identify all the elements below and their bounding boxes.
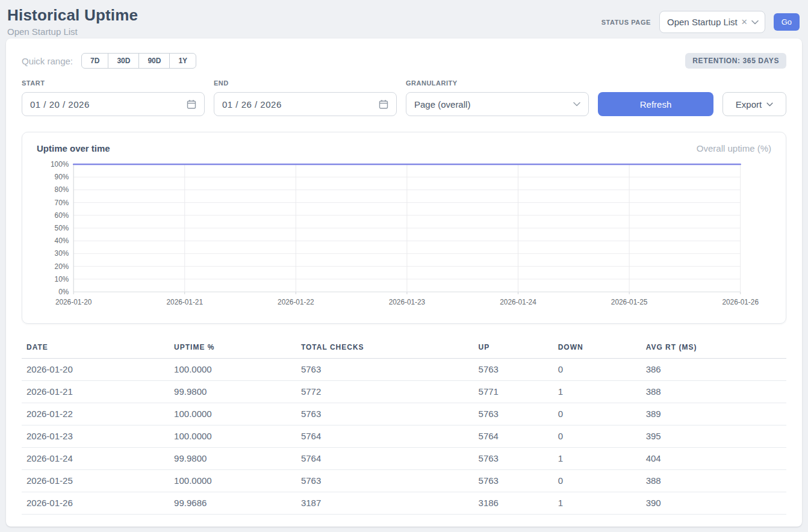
table-row: 2026-01-2699.9686318731861390 <box>22 492 786 515</box>
svg-text:2026-01-21: 2026-01-21 <box>166 298 203 306</box>
table-header: DATEUPTIME %TOTAL CHECKSUPDOWNAVG RT (MS… <box>22 337 786 359</box>
table-row: 2026-01-25100.0000576357630388 <box>22 470 786 492</box>
calendar-icon[interactable] <box>187 99 196 110</box>
table-cell: 5763 <box>474 470 553 492</box>
chart-title: Uptime over time <box>37 143 110 153</box>
table-cell: 5763 <box>296 470 474 492</box>
end-date-value: 01 / 26 / 2026 <box>222 99 282 110</box>
chart-legend-label: Overall uptime (%) <box>697 143 771 153</box>
quick-range-group: 7D 30D 90D 1Y <box>81 53 196 69</box>
table-cell: 2026-01-21 <box>22 381 169 403</box>
table-cell: 5764 <box>296 425 474 448</box>
table-cell: 389 <box>641 403 786 425</box>
column-header-up: UP <box>474 337 553 359</box>
uptime-line-chart: 0%10%20%30%40%50%60%70%80%90%100%2026-01… <box>34 159 774 317</box>
table-cell: 395 <box>641 425 786 448</box>
table-cell: 388 <box>641 470 786 492</box>
uptime-chart-card: Uptime over time Overall uptime (%) 0%10… <box>22 132 786 324</box>
svg-text:2026-01-20: 2026-01-20 <box>55 298 92 306</box>
clear-selection-icon[interactable]: ✕ <box>741 18 748 26</box>
table-cell: 1 <box>553 381 641 403</box>
header-controls: STATUS PAGE Open Startup List ✕ Go <box>601 11 800 33</box>
table-cell: 99.9686 <box>169 492 296 515</box>
page-header: Historical Uptime Open Startup List STAT… <box>0 0 808 39</box>
table-cell: 388 <box>641 381 786 403</box>
export-button-label: Export <box>736 99 762 110</box>
table-cell: 5772 <box>296 381 474 403</box>
page-title: Historical Uptime <box>7 6 138 25</box>
end-date-label: END <box>214 79 397 87</box>
table-cell: 2026-01-22 <box>22 403 169 425</box>
table-cell: 404 <box>641 448 786 470</box>
status-page-select[interactable]: Open Startup List ✕ <box>659 11 765 33</box>
end-date-field: END 01 / 26 / 2026 <box>214 79 397 116</box>
quick-range-90d[interactable]: 90D <box>138 53 170 69</box>
svg-text:40%: 40% <box>55 237 69 245</box>
table-cell: 99.9800 <box>169 381 296 403</box>
table-cell: 1 <box>553 448 641 470</box>
column-header-avg-rt-ms: AVG RT (MS) <box>641 337 786 359</box>
granularity-selected-value: Page (overall) <box>414 99 470 110</box>
svg-text:50%: 50% <box>55 224 69 232</box>
svg-text:30%: 30% <box>55 249 69 258</box>
table-cell: 5763 <box>474 359 553 381</box>
table-cell: 5763 <box>474 448 553 470</box>
quick-range-row: Quick range: 7D 30D 90D 1Y RETENTION: 36… <box>22 53 786 69</box>
end-date-input[interactable]: 01 / 26 / 2026 <box>214 92 397 116</box>
column-header-total-checks: TOTAL CHECKS <box>296 337 474 359</box>
chart-header: Uptime over time Overall uptime (%) <box>34 142 774 159</box>
table-cell: 5763 <box>296 403 474 425</box>
table-cell: 2026-01-25 <box>22 470 169 492</box>
table-cell: 5771 <box>474 381 553 403</box>
table-cell: 390 <box>641 492 786 515</box>
start-date-label: START <box>22 79 205 87</box>
table-cell: 0 <box>553 425 641 448</box>
page-subtitle: Open Startup List <box>7 26 138 37</box>
granularity-field: GRANULARITY Page (overall) <box>406 79 589 116</box>
column-header-uptime: UPTIME % <box>169 337 296 359</box>
svg-text:20%: 20% <box>55 262 69 271</box>
status-page-selected-value: Open Startup List <box>667 17 738 27</box>
svg-text:0%: 0% <box>58 288 69 296</box>
go-button[interactable]: Go <box>774 13 800 31</box>
svg-text:60%: 60% <box>55 211 69 220</box>
table-row: 2026-01-20100.0000576357630386 <box>22 359 786 381</box>
table-cell: 2026-01-24 <box>22 448 169 470</box>
svg-text:2026-01-24: 2026-01-24 <box>500 298 536 306</box>
svg-text:2026-01-26: 2026-01-26 <box>722 298 759 306</box>
calendar-icon[interactable] <box>379 99 388 110</box>
start-date-field: START 01 / 20 / 2026 <box>22 79 205 116</box>
table-cell: 3187 <box>296 492 474 515</box>
quick-range-30d[interactable]: 30D <box>108 53 139 69</box>
svg-text:10%: 10% <box>55 275 69 283</box>
table-cell: 386 <box>641 359 786 381</box>
uptime-table: DATEUPTIME %TOTAL CHECKSUPDOWNAVG RT (MS… <box>22 337 786 515</box>
quick-range-1y[interactable]: 1Y <box>169 53 196 69</box>
retention-badge: RETENTION: 365 DAYS <box>685 53 786 69</box>
table-cell: 5763 <box>296 359 474 381</box>
granularity-select[interactable]: Page (overall) <box>406 92 589 116</box>
quick-range-label: Quick range: <box>22 56 73 66</box>
svg-text:2026-01-23: 2026-01-23 <box>389 298 426 306</box>
chevron-down-icon <box>573 102 580 107</box>
table-cell: 0 <box>553 403 641 425</box>
title-block: Historical Uptime Open Startup List <box>7 6 138 37</box>
table-cell: 5764 <box>296 448 474 470</box>
granularity-label: GRANULARITY <box>406 79 589 87</box>
start-date-value: 01 / 20 / 2026 <box>30 99 90 110</box>
refresh-button[interactable]: Refresh <box>598 92 713 116</box>
svg-text:70%: 70% <box>55 199 69 207</box>
start-date-input[interactable]: 01 / 20 / 2026 <box>22 92 205 116</box>
table-row: 2026-01-23100.0000576457640395 <box>22 425 786 448</box>
export-button[interactable]: Export <box>723 92 786 116</box>
table-cell: 2026-01-23 <box>22 425 169 448</box>
quick-range-7d[interactable]: 7D <box>81 53 108 69</box>
column-header-down: DOWN <box>553 337 641 359</box>
svg-text:80%: 80% <box>55 185 69 194</box>
table-cell: 100.0000 <box>169 425 296 448</box>
table-cell: 3186 <box>474 492 553 515</box>
svg-text:2026-01-22: 2026-01-22 <box>278 298 314 306</box>
table-cell: 100.0000 <box>169 470 296 492</box>
svg-text:100%: 100% <box>51 160 69 169</box>
filter-row: START 01 / 20 / 2026 END 01 / 26 / 2026 … <box>22 79 786 116</box>
